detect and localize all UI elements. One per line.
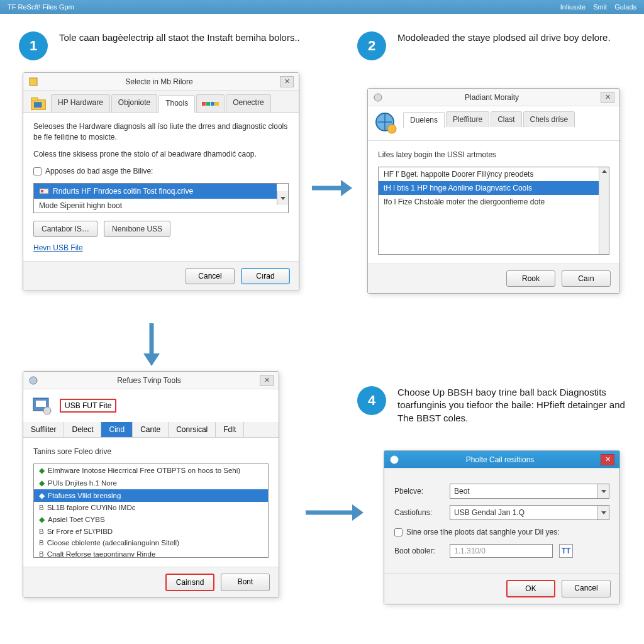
shield-icon <box>28 77 38 87</box>
tab-conrsical[interactable]: Conrsical <box>169 422 216 437</box>
tab-suffiter[interactable]: Suffliter <box>23 422 64 437</box>
topbar-title: TF ReScft! Files Gpm <box>8 3 74 11</box>
field-label-1: Pbelcve: <box>394 487 443 496</box>
step-4-text: Choose Up BBSH baoy trine ball back Diag… <box>397 386 628 425</box>
step-2-badge: 2 <box>357 31 386 60</box>
chevron-up-icon <box>602 170 607 173</box>
svg-rect-11 <box>36 401 46 407</box>
tab-fdlt[interactable]: Fdlt <box>216 422 244 437</box>
tab-hp-hardware[interactable]: HP Hardware <box>51 94 110 112</box>
disk-icon <box>31 394 53 417</box>
arrow-down-icon <box>141 322 162 366</box>
svg-marker-15 <box>341 180 352 196</box>
app-icon <box>389 455 399 465</box>
tab-clast[interactable]: Clast <box>491 111 521 127</box>
arrow-right-icon <box>304 502 364 523</box>
tab-objoniote[interactable]: Objoniote <box>111 94 157 112</box>
chevron-down-icon <box>601 490 606 493</box>
drive-option-2[interactable]: Mode Sipeniit highn boot <box>34 199 277 213</box>
list-item[interactable]: ◆Elmhware Inotose Hiecrrical Free OTBPTS… <box>34 464 268 477</box>
list-item[interactable]: Ifo l Fize Chstoäle moter the diergoonfi… <box>379 195 609 209</box>
chevron-down-icon <box>601 511 606 514</box>
close-icon[interactable]: ✕ <box>601 92 614 103</box>
dropdown-button[interactable] <box>597 484 609 498</box>
drive-option-selected[interactable]: Rndurts HF Fnrdoes coitin Tost finoq.cri… <box>34 184 277 199</box>
create-button[interactable]: Cırad <box>241 268 290 284</box>
checkbox-apposes[interactable]: Apposes do bad asge the Bilive: <box>33 167 289 175</box>
dialog-3-label: Tanins sore Foleo drive <box>33 447 269 457</box>
field-label-3: Boot oboler: <box>394 547 443 555</box>
castiofuns-select[interactable]: USB Gendal Jan 1.Q <box>450 505 609 520</box>
arrow-right-icon <box>311 177 352 199</box>
svg-rect-3 <box>34 102 42 108</box>
svg-point-8 <box>387 125 396 133</box>
svg-point-13 <box>391 456 398 464</box>
dialog-platform: Pladiant Moraity ✕ Duelens Pleffiture Cl… <box>367 88 620 294</box>
checkbox-input[interactable] <box>33 167 42 175</box>
list-item[interactable]: HF l' Bget. happoite Doorer Flilýncy pre… <box>379 167 609 181</box>
nenibone-button[interactable]: Nenıbone USS <box>104 221 170 237</box>
cairisnd-button[interactable]: Cairısnd <box>165 574 214 591</box>
scrollbar[interactable] <box>599 167 609 254</box>
app-icon <box>373 92 383 103</box>
tab-delect[interactable]: Delect <box>64 422 101 437</box>
tab-cante[interactable]: Cante <box>133 422 169 437</box>
dialog-refuse-tools: Refues Tvinp Tools ✕ USB FUT Fite Suffli… <box>23 371 279 598</box>
tab-general[interactable]: Oenectre <box>226 94 270 112</box>
cancel-button[interactable]: Cancel <box>186 268 235 284</box>
list-item[interactable]: ◆PUls Dnjites h.1 Nore <box>34 477 268 489</box>
topbar-link-1[interactable]: Inliusste <box>560 3 586 11</box>
list-item-selected[interactable]: ◆Ftafuess Vliid brensing <box>34 489 268 502</box>
dropdown-button[interactable] <box>597 506 609 519</box>
checkbox-input[interactable] <box>394 528 402 536</box>
close-icon[interactable]: ✕ <box>280 76 294 87</box>
step-4-badge: 4 <box>357 386 386 415</box>
checkbox-sine-orse[interactable]: Sine orse tlhe ploots dat sanghle your D… <box>394 528 609 536</box>
drive-icon <box>39 186 49 196</box>
usb-list[interactable]: HF l' Bget. happoite Doorer Flilýncy pre… <box>378 167 609 255</box>
close-icon[interactable]: ✕ <box>260 375 274 386</box>
tab-tools[interactable]: Thools <box>158 95 195 113</box>
topbar-link-2[interactable]: Smit <box>593 3 607 11</box>
boot-obler-input[interactable] <box>450 544 553 558</box>
bont-button[interactable]: Bont <box>221 574 270 591</box>
field-label-2: Castiofuns: <box>394 508 443 517</box>
dropdown-button[interactable] <box>277 191 288 205</box>
dialog-2-title: Pladiant Moraity <box>383 93 601 102</box>
tab-colors[interactable] <box>196 94 225 112</box>
list-item[interactable]: ◆Apsiel Toet CYBS <box>34 513 268 526</box>
svg-marker-19 <box>352 504 364 521</box>
cantabor-button[interactable]: Cantabor IS… <box>33 221 97 237</box>
tab-duelens[interactable]: Duelens <box>403 112 445 128</box>
tab-chels-drise[interactable]: Chels dríse <box>523 111 575 127</box>
drive-select[interactable]: Rndurts HF Fnrdoes coitin Tost finoq.cri… <box>33 183 289 213</box>
app-topbar: TF ReScft! Files Gpm Inliusste Smit Gula… <box>0 0 644 14</box>
dialog-1-tabs: HP Hardware Objoniote Thools Oenectre <box>23 91 299 113</box>
svg-rect-2 <box>31 97 38 101</box>
svg-rect-0 <box>30 78 37 86</box>
list-item[interactable]: BSr Frore ef SL\'PIBD <box>34 526 268 537</box>
topbar-link-3[interactable]: Gulads <box>614 3 636 11</box>
list-item[interactable]: BCioose cbiolente (adecalinianguinn Site… <box>34 537 268 548</box>
dialog-3-title: Refues Tvinp Tools <box>38 376 260 385</box>
step-1-text: Tole caan bagèelectrip all staot the Ins… <box>59 31 300 60</box>
app-icon <box>28 375 38 386</box>
dialog-boot-options: Pholte Cail resiltions ✕ Pbelcve: Beot C… <box>384 450 620 604</box>
tab-plefiture[interactable]: Pleffiture <box>446 111 489 127</box>
ok-button[interactable]: Rook <box>506 270 555 287</box>
drive-listbox[interactable]: ◆Elmhware Inotose Hiecrrical Free OTBPTS… <box>33 464 269 558</box>
list-item-selected[interactable]: tH l btis 1 HP hnge Aonline Diagnvatic C… <box>379 181 609 195</box>
list-item[interactable]: BCnalt Reforse taepontinany Rinde <box>34 548 268 558</box>
cancel-button[interactable]: Caın <box>562 270 611 287</box>
cancel-button[interactable]: Cancel <box>562 580 611 597</box>
tab-cind[interactable]: Cind <box>101 422 133 437</box>
ok-button[interactable]: OK <box>506 580 555 597</box>
svg-point-9 <box>30 377 37 384</box>
boot-select[interactable]: Beot <box>450 484 609 499</box>
usb-file-link[interactable]: Hevn USB File <box>33 243 83 252</box>
tt-button[interactable]: TT <box>559 544 573 558</box>
dialog-2-label: Lifes latey bogin the USSI artmotes <box>378 150 609 160</box>
dialog-3-tabs: Suffliter Delect Cind Cante Conrsical Fd… <box>23 422 279 438</box>
list-item[interactable]: BSL1B faplore CUYiNo IMDc <box>34 502 268 513</box>
close-icon[interactable]: ✕ <box>601 454 614 465</box>
